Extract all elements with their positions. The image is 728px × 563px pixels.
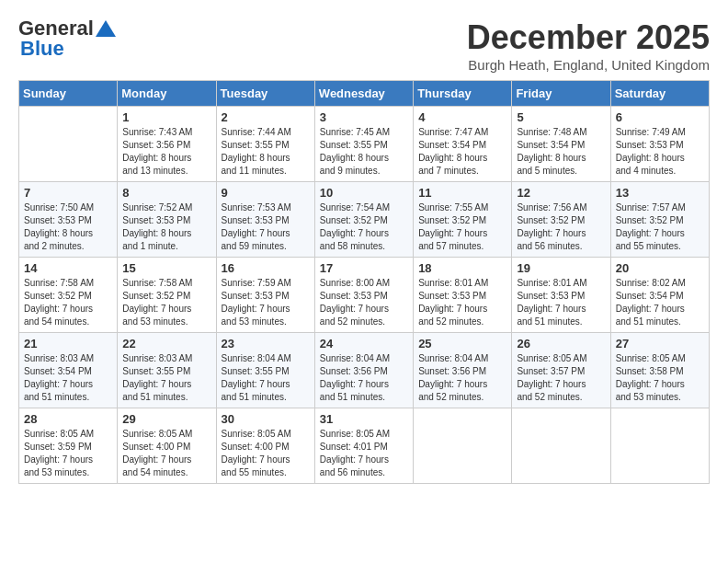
calendar-week-row: 28Sunrise: 8:05 AM Sunset: 3:59 PM Dayli… — [19, 408, 710, 484]
day-number: 14 — [24, 261, 112, 275]
day-number: 21 — [24, 337, 112, 350]
month-title: December 2025 — [467, 18, 710, 57]
day-number: 24 — [320, 337, 408, 350]
day-number: 27 — [616, 337, 704, 350]
calendar-cell: 9Sunrise: 7:53 AM Sunset: 3:53 PM Daylig… — [216, 182, 314, 258]
day-info: Sunrise: 7:45 AM Sunset: 3:55 PM Dayligh… — [320, 126, 408, 178]
day-info: Sunrise: 8:02 AM Sunset: 3:54 PM Dayligh… — [616, 277, 704, 328]
day-info: Sunrise: 7:58 AM Sunset: 3:52 PM Dayligh… — [24, 277, 112, 328]
day-info: Sunrise: 7:52 AM Sunset: 3:53 PM Dayligh… — [122, 201, 210, 253]
day-info: Sunrise: 7:54 AM Sunset: 3:52 PM Dayligh… — [320, 201, 408, 253]
day-number: 4 — [418, 110, 506, 124]
day-info: Sunrise: 7:43 AM Sunset: 3:56 PM Dayligh… — [122, 126, 210, 178]
page-header: General Blue December 2025 Burgh Heath, … — [18, 18, 710, 73]
day-number: 1 — [122, 110, 210, 124]
weekday-header: Monday — [118, 81, 216, 107]
day-number: 12 — [517, 186, 605, 200]
calendar-cell: 14Sunrise: 7:58 AM Sunset: 3:52 PM Dayli… — [19, 258, 118, 333]
weekday-header: Thursday — [414, 81, 512, 107]
logo-icon — [96, 20, 116, 37]
day-info: Sunrise: 8:01 AM Sunset: 3:53 PM Dayligh… — [517, 277, 605, 328]
logo: General Blue — [18, 18, 116, 59]
calendar-cell: 27Sunrise: 8:05 AM Sunset: 3:58 PM Dayli… — [610, 333, 709, 408]
day-number: 20 — [616, 261, 704, 275]
day-number: 7 — [24, 186, 112, 200]
day-number: 3 — [320, 110, 408, 124]
title-area: December 2025 Burgh Heath, England, Unit… — [467, 18, 710, 73]
logo-blue: Blue — [20, 39, 64, 59]
day-info: Sunrise: 7:55 AM Sunset: 3:52 PM Dayligh… — [418, 201, 506, 253]
day-info: Sunrise: 7:53 AM Sunset: 3:53 PM Dayligh… — [222, 201, 310, 253]
day-info: Sunrise: 7:57 AM Sunset: 3:52 PM Dayligh… — [616, 201, 704, 253]
day-number: 18 — [418, 261, 506, 275]
day-number: 23 — [222, 337, 310, 350]
calendar-cell: 5Sunrise: 7:48 AM Sunset: 3:54 PM Daylig… — [512, 107, 610, 182]
day-number: 29 — [122, 412, 210, 426]
calendar-cell — [512, 408, 610, 484]
calendar-week-row: 7Sunrise: 7:50 AM Sunset: 3:53 PM Daylig… — [19, 182, 710, 258]
calendar-cell: 30Sunrise: 8:05 AM Sunset: 4:00 PM Dayli… — [216, 408, 314, 484]
day-info: Sunrise: 7:58 AM Sunset: 3:52 PM Dayligh… — [122, 277, 210, 328]
calendar-cell — [19, 107, 118, 182]
calendar-table: SundayMondayTuesdayWednesdayThursdayFrid… — [18, 80, 710, 484]
calendar-cell: 1Sunrise: 7:43 AM Sunset: 3:56 PM Daylig… — [118, 107, 216, 182]
calendar-cell: 19Sunrise: 8:01 AM Sunset: 3:53 PM Dayli… — [512, 258, 610, 333]
day-number: 8 — [122, 186, 210, 200]
day-number: 13 — [616, 186, 704, 200]
calendar-cell: 25Sunrise: 8:04 AM Sunset: 3:56 PM Dayli… — [414, 333, 512, 408]
day-info: Sunrise: 8:03 AM Sunset: 3:55 PM Dayligh… — [122, 352, 210, 404]
day-info: Sunrise: 8:03 AM Sunset: 3:54 PM Dayligh… — [24, 352, 112, 404]
calendar-cell — [414, 408, 512, 484]
calendar-cell: 28Sunrise: 8:05 AM Sunset: 3:59 PM Dayli… — [19, 408, 118, 484]
day-number: 22 — [122, 337, 210, 350]
calendar-cell: 21Sunrise: 8:03 AM Sunset: 3:54 PM Dayli… — [19, 333, 118, 408]
day-info: Sunrise: 7:59 AM Sunset: 3:53 PM Dayligh… — [222, 277, 310, 328]
day-info: Sunrise: 8:05 AM Sunset: 3:59 PM Dayligh… — [24, 428, 112, 479]
calendar-cell: 16Sunrise: 7:59 AM Sunset: 3:53 PM Dayli… — [216, 258, 314, 333]
calendar-cell: 4Sunrise: 7:47 AM Sunset: 3:54 PM Daylig… — [414, 107, 512, 182]
calendar-cell: 17Sunrise: 8:00 AM Sunset: 3:53 PM Dayli… — [314, 258, 413, 333]
day-number: 15 — [122, 261, 210, 275]
calendar-cell: 31Sunrise: 8:05 AM Sunset: 4:01 PM Dayli… — [314, 408, 413, 484]
day-number: 19 — [517, 261, 605, 275]
calendar-cell: 12Sunrise: 7:56 AM Sunset: 3:52 PM Dayli… — [512, 182, 610, 258]
calendar-cell: 20Sunrise: 8:02 AM Sunset: 3:54 PM Dayli… — [610, 258, 709, 333]
calendar-cell: 23Sunrise: 8:04 AM Sunset: 3:55 PM Dayli… — [216, 333, 314, 408]
day-info: Sunrise: 8:04 AM Sunset: 3:55 PM Dayligh… — [222, 352, 310, 404]
calendar-week-row: 1Sunrise: 7:43 AM Sunset: 3:56 PM Daylig… — [19, 107, 710, 182]
weekday-header: Saturday — [610, 81, 709, 107]
day-info: Sunrise: 8:04 AM Sunset: 3:56 PM Dayligh… — [418, 352, 506, 404]
weekday-header: Sunday — [19, 81, 118, 107]
day-number: 17 — [320, 261, 408, 275]
calendar-cell: 2Sunrise: 7:44 AM Sunset: 3:55 PM Daylig… — [216, 107, 314, 182]
calendar-week-row: 21Sunrise: 8:03 AM Sunset: 3:54 PM Dayli… — [19, 333, 710, 408]
day-info: Sunrise: 8:00 AM Sunset: 3:53 PM Dayligh… — [320, 277, 408, 328]
calendar-cell — [610, 408, 709, 484]
calendar-cell: 8Sunrise: 7:52 AM Sunset: 3:53 PM Daylig… — [118, 182, 216, 258]
day-number: 30 — [222, 412, 310, 426]
day-info: Sunrise: 8:05 AM Sunset: 4:01 PM Dayligh… — [320, 428, 408, 479]
calendar-cell: 6Sunrise: 7:49 AM Sunset: 3:53 PM Daylig… — [610, 107, 709, 182]
calendar-cell: 18Sunrise: 8:01 AM Sunset: 3:53 PM Dayli… — [414, 258, 512, 333]
day-info: Sunrise: 8:05 AM Sunset: 4:00 PM Dayligh… — [122, 428, 210, 479]
calendar-cell: 26Sunrise: 8:05 AM Sunset: 3:57 PM Dayli… — [512, 333, 610, 408]
day-number: 25 — [418, 337, 506, 350]
calendar-cell: 7Sunrise: 7:50 AM Sunset: 3:53 PM Daylig… — [19, 182, 118, 258]
calendar-cell: 13Sunrise: 7:57 AM Sunset: 3:52 PM Dayli… — [610, 182, 709, 258]
weekday-header: Tuesday — [216, 81, 314, 107]
calendar-cell: 22Sunrise: 8:03 AM Sunset: 3:55 PM Dayli… — [118, 333, 216, 408]
calendar-cell: 10Sunrise: 7:54 AM Sunset: 3:52 PM Dayli… — [314, 182, 413, 258]
day-info: Sunrise: 7:48 AM Sunset: 3:54 PM Dayligh… — [517, 126, 605, 178]
day-number: 31 — [320, 412, 408, 426]
day-info: Sunrise: 8:01 AM Sunset: 3:53 PM Dayligh… — [418, 277, 506, 328]
day-info: Sunrise: 7:49 AM Sunset: 3:53 PM Dayligh… — [616, 126, 704, 178]
day-number: 11 — [418, 186, 506, 200]
calendar-header-row: SundayMondayTuesdayWednesdayThursdayFrid… — [19, 81, 710, 107]
day-number: 6 — [616, 110, 704, 124]
day-number: 5 — [517, 110, 605, 124]
day-info: Sunrise: 7:50 AM Sunset: 3:53 PM Dayligh… — [24, 201, 112, 253]
logo-general: General — [18, 18, 94, 39]
calendar-cell: 15Sunrise: 7:58 AM Sunset: 3:52 PM Dayli… — [118, 258, 216, 333]
day-info: Sunrise: 7:44 AM Sunset: 3:55 PM Dayligh… — [222, 126, 310, 178]
day-info: Sunrise: 7:56 AM Sunset: 3:52 PM Dayligh… — [517, 201, 605, 253]
